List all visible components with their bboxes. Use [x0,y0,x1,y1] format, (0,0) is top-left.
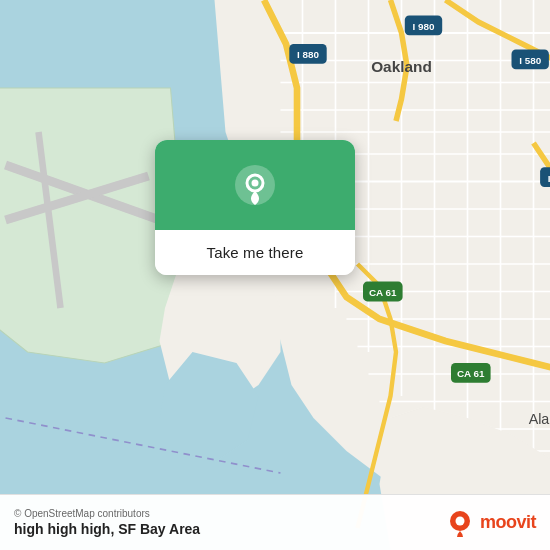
copyright-text: © OpenStreetMap contributors [14,508,200,519]
svg-text:I 980: I 980 [413,21,435,32]
svg-point-50 [252,180,259,187]
svg-text:I 580: I 580 [519,55,541,66]
moovit-logo: moovit [446,509,536,537]
popup-green-area [155,140,355,230]
popup-card: Take me there [155,140,355,275]
bottom-info: © OpenStreetMap contributors high high h… [14,508,200,537]
svg-point-52 [455,516,464,525]
bottom-bar: © OpenStreetMap contributors high high h… [0,494,550,550]
map-svg: I 880 I 980 I 580 I 880 CA 61 CA 61 [0,0,550,550]
moovit-brand-text: moovit [480,512,536,533]
take-me-there-button[interactable]: Take me there [155,230,355,275]
svg-text:Oakland: Oakland [371,57,432,74]
location-pin-icon [233,163,277,207]
svg-text:CA 61: CA 61 [369,287,397,298]
location-title: high high high, SF Bay Area [14,521,200,537]
svg-text:I 880: I 880 [297,49,319,60]
svg-text:Ala: Ala [529,410,550,426]
moovit-brand-icon [446,509,474,537]
svg-text:CA 61: CA 61 [457,368,485,379]
map-container: I 880 I 980 I 580 I 880 CA 61 CA 61 [0,0,550,550]
